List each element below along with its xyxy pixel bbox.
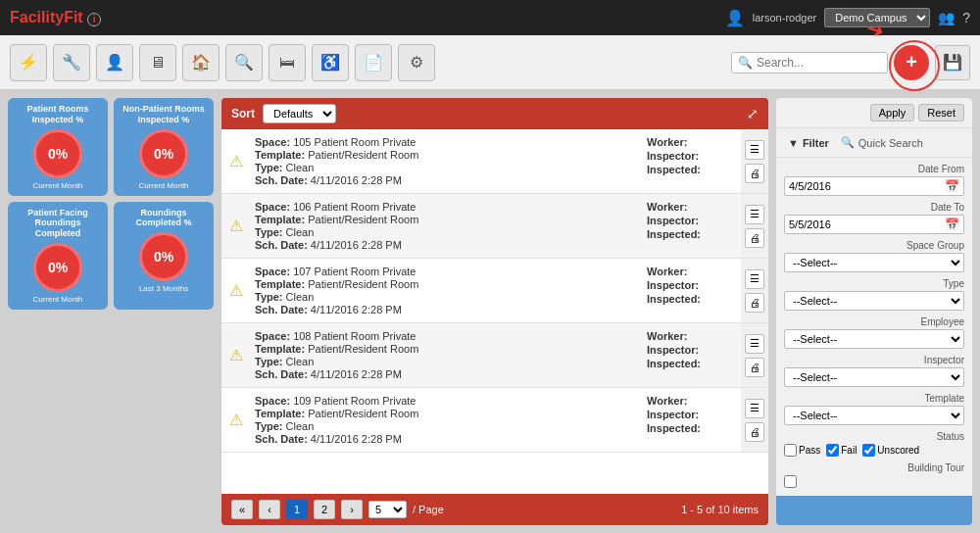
record-info: Space: 107 Patient Room Private Template… <box>251 259 643 322</box>
people-tool-button[interactable]: 👤 <box>96 44 133 81</box>
space-group-group: Space Group --Select-- <box>784 240 964 272</box>
calendar-from-icon[interactable]: 📅 <box>945 179 959 193</box>
date-from-input[interactable] <box>789 180 944 192</box>
inspector-select[interactable]: --Select-- <box>784 367 964 387</box>
record-template: Template: Patient/Resident Room <box>255 408 639 419</box>
record-inspected: Inspected: <box>647 358 737 369</box>
record-detail-icon[interactable]: ☰ <box>745 269 764 289</box>
record-type: Type: Clean <box>255 226 639 238</box>
reset-button[interactable]: Reset <box>918 104 964 121</box>
help-button[interactable]: ? <box>962 10 970 25</box>
template-select[interactable]: --Select-- <box>784 406 964 425</box>
page-2-button[interactable]: 2 <box>314 500 335 519</box>
employee-select[interactable]: --Select-- <box>784 329 964 349</box>
apply-button[interactable]: Apply <box>870 104 915 121</box>
record-sch-date: Sch. Date: 4/11/2016 2:28 PM <box>255 368 639 380</box>
widget-patient-rooms-subtitle: Current Month <box>32 181 82 190</box>
wrench-tool-button[interactable]: 🔧 <box>53 44 90 81</box>
record-detail-icon[interactable]: ☰ <box>745 334 764 354</box>
record-print-icon[interactable]: 🖨 <box>745 164 764 183</box>
space-group-label: Space Group <box>784 240 964 251</box>
calendar-to-icon[interactable]: 📅 <box>945 218 959 231</box>
record-detail-icon[interactable]: ☰ <box>745 205 764 224</box>
type-select[interactable]: --Select-- <box>784 291 964 311</box>
record-template: Template: Patient/Resident Room <box>255 149 639 161</box>
record-warning-icon: ⚠ <box>221 323 251 387</box>
home-tool-button[interactable]: 🏠 <box>182 44 220 81</box>
status-row: Pass Fail Unscored <box>784 444 964 457</box>
pass-checkbox[interactable] <box>784 444 797 457</box>
widget-patient-rooms-title: Patient Rooms Inspected % <box>14 104 102 125</box>
search-input[interactable] <box>757 56 884 70</box>
space-group-select[interactable]: --Select-- <box>784 253 964 272</box>
record-info: Space: 105 Patient Room Private Template… <box>251 129 643 193</box>
record-space: Space: 105 Patient Room Private <box>255 136 639 148</box>
search-icon: 🔍 <box>738 56 753 70</box>
filter-content: Date From 📅 Date To 📅 Space Group <box>776 158 972 496</box>
record-worker: Worker: <box>647 201 737 213</box>
fail-checkbox[interactable] <box>826 444 839 457</box>
record-inspected: Inspected: <box>647 422 737 434</box>
campus-select[interactable]: Demo Campus <box>824 8 930 27</box>
record-print-icon[interactable]: 🖨 <box>745 358 764 377</box>
next-page-button[interactable]: › <box>341 500 363 519</box>
save-button[interactable]: 💾 <box>935 45 970 80</box>
flash-tool-button[interactable]: ⚡ <box>10 44 47 81</box>
page-1-button[interactable]: 1 <box>286 500 308 519</box>
widget-patient-rooms: Patient Rooms Inspected % 0% Current Mon… <box>8 98 108 196</box>
settings-tool-button[interactable]: ⚙ <box>398 44 435 81</box>
record-print-icon[interactable]: 🖨 <box>745 228 764 248</box>
main-content: Patient Rooms Inspected % 0% Current Mon… <box>0 90 980 533</box>
wheelchair-tool-button[interactable]: ♿ <box>312 44 349 81</box>
building-tour-checkbox[interactable] <box>784 475 797 488</box>
record-sch-date: Sch. Date: 4/11/2016 2:28 PM <box>255 304 639 315</box>
record-space: Space: 106 Patient Room Private <box>255 201 639 213</box>
monitor-tool-button[interactable]: 🖥 <box>139 44 176 81</box>
document-tool-button[interactable]: 📄 <box>355 44 392 81</box>
record-info: Space: 109 Patient Room Private Template… <box>251 388 643 452</box>
record-actions: ☰ 🖨 <box>741 129 768 193</box>
record-worker: Worker: <box>647 136 737 148</box>
status-unscored-check[interactable]: Unscored <box>862 444 919 457</box>
record-right: Worker: Inspector: Inspected: <box>643 259 741 322</box>
record-type: Type: Clean <box>255 291 639 303</box>
sort-bar: Sort Defaults Date Space Worker ⤢ <box>221 98 768 129</box>
date-to-input[interactable] <box>789 218 944 230</box>
unscored-checkbox[interactable] <box>862 444 875 457</box>
record-worker: Worker: <box>647 330 737 342</box>
group-button[interactable]: 👥 <box>938 10 955 25</box>
status-pass-check[interactable]: Pass <box>784 444 820 457</box>
record-space: Space: 107 Patient Room Private <box>255 266 639 277</box>
record-detail-icon[interactable]: ☰ <box>745 140 764 160</box>
filter-tab[interactable]: ▼ Filter <box>784 134 833 151</box>
record-info: Space: 108 Patient Room Private Template… <box>251 323 643 387</box>
unscored-label: Unscored <box>877 445 919 456</box>
per-page-select[interactable]: 5 10 25 <box>368 501 407 518</box>
record-type: Type: Clean <box>255 162 639 173</box>
expand-button[interactable]: ⤢ <box>747 106 759 121</box>
date-from-input-wrapper: 📅 <box>784 176 964 196</box>
first-page-button[interactable]: « <box>231 500 253 519</box>
prev-page-button[interactable]: ‹ <box>259 500 280 519</box>
add-button[interactable]: + <box>894 45 929 80</box>
record-type: Type: Clean <box>255 420 639 432</box>
record-inspector: Inspector: <box>647 409 737 420</box>
widget-non-patient-rooms-subtitle: Current Month <box>138 181 188 190</box>
sort-select[interactable]: Defaults Date Space Worker <box>263 104 336 123</box>
quick-search-tab[interactable]: 🔍 Quick Search <box>837 134 927 151</box>
building-tour-group: Building Tour <box>784 462 964 491</box>
record-detail-icon[interactable]: ☰ <box>745 399 764 418</box>
type-group: Type --Select-- <box>784 278 964 311</box>
magnify-tool-button[interactable]: 🔍 <box>225 44 263 81</box>
record-item: ⚠ Space: 105 Patient Room Private Templa… <box>221 129 768 194</box>
bed-tool-button[interactable]: 🛏 <box>269 44 306 81</box>
info-icon[interactable]: i <box>87 13 101 26</box>
record-warning-icon: ⚠ <box>221 388 251 452</box>
record-print-icon[interactable]: 🖨 <box>745 422 764 442</box>
status-fail-check[interactable]: Fail <box>826 444 857 457</box>
record-sch-date: Sch. Date: 4/11/2016 2:28 PM <box>255 239 639 251</box>
records-list: ⚠ Space: 105 Patient Room Private Templa… <box>221 129 768 494</box>
widget-non-patient-rooms-title: Non-Patient Rooms Inspected % <box>120 104 208 125</box>
pagination: « ‹ 1 2 › 5 10 25 / Page 1 - 5 of 10 ite… <box>221 494 768 525</box>
record-print-icon[interactable]: 🖨 <box>745 293 764 313</box>
